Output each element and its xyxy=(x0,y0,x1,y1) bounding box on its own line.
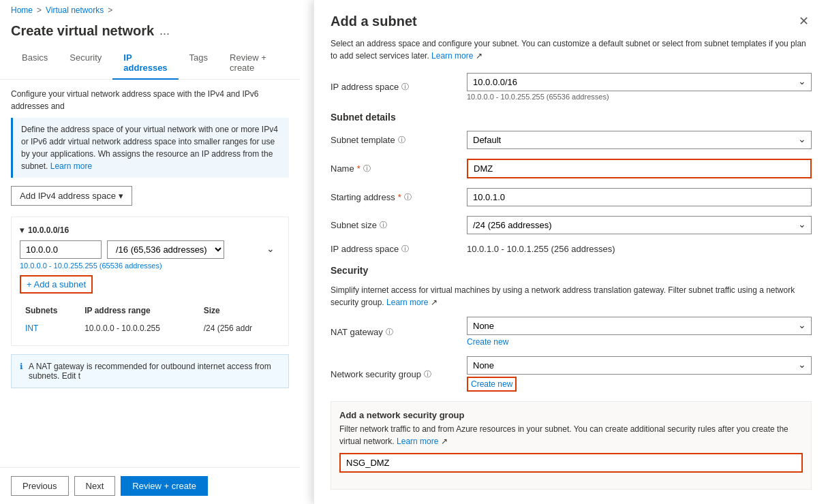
starting-address-row: Starting address * ⓘ xyxy=(331,188,812,206)
bottom-nav: Previous Next Review + create xyxy=(0,467,300,504)
subnets-col-header: Subnets xyxy=(20,302,79,319)
subnet-template-control: Default xyxy=(467,131,812,149)
ip-address-space-control: 10.0.0.0/16 10.0.0.0 - 10.0.255.255 (655… xyxy=(467,73,812,101)
starting-address-input[interactable] xyxy=(467,188,812,206)
previous-button[interactable]: Previous xyxy=(11,476,69,496)
breadcrumb-home[interactable]: Home xyxy=(11,5,33,15)
subnet-name-cell[interactable]: INT xyxy=(20,319,79,337)
name-required-star: * xyxy=(357,163,361,174)
blue-info-box: Define the address space of your virtual… xyxy=(11,118,289,178)
ip-address-space-result-value: 10.0.1.0 - 10.0.1.255 (256 addresses) xyxy=(467,244,615,254)
addr-space-cidr: 10.0.0.0/16 xyxy=(28,225,69,235)
starting-address-info-icon[interactable]: ⓘ xyxy=(404,192,412,202)
add-subnet-button[interactable]: + Add a subnet xyxy=(20,275,93,294)
nat-gateway-select-wrap: None xyxy=(467,317,812,335)
ip-address-space-select[interactable]: 10.0.0.0/16 xyxy=(467,73,812,91)
ip-address-space-result-info-icon[interactable]: ⓘ xyxy=(401,244,409,254)
size-col-header: Size xyxy=(198,302,280,319)
breadcrumb-virtual-networks[interactable]: Virtual networks xyxy=(46,5,104,15)
nat-warning-box: ℹ A NAT gateway is recommended for outbo… xyxy=(11,354,289,388)
nsg-learn-more-icon: ↗ xyxy=(441,437,448,446)
name-label: Name * ⓘ xyxy=(331,163,467,174)
panel-description: Select an address space and configure yo… xyxy=(331,37,812,62)
subnet-size-info-icon[interactable]: ⓘ xyxy=(380,220,387,230)
nat-gateway-info-icon[interactable]: ⓘ xyxy=(386,327,393,337)
nat-gateway-label: NAT gateway ⓘ xyxy=(331,327,467,337)
addr-space-chevron[interactable]: ▾ xyxy=(20,225,24,235)
name-input[interactable] xyxy=(467,159,812,178)
table-row: INT 10.0.0.0 - 10.0.0.255 /24 (256 addr xyxy=(20,319,280,337)
breadcrumb: Home > Virtual networks > xyxy=(0,0,300,20)
left-content: Configure your virtual network address s… xyxy=(0,80,300,504)
nsg-control: None Create new xyxy=(467,356,812,392)
starting-address-required-star: * xyxy=(398,192,401,202)
ip-address-space-select-wrap: 10.0.0.0/16 xyxy=(467,73,812,91)
page-options-dots[interactable]: ... xyxy=(159,24,170,38)
subnet-details-header: Subnet details xyxy=(331,112,812,123)
security-learn-more-link[interactable]: Learn more xyxy=(386,298,428,307)
subnet-size-select[interactable]: /24 (256 addresses) xyxy=(467,216,812,234)
info-text: Configure your virtual network address s… xyxy=(11,88,289,112)
subnet-size-label: Subnet size ⓘ xyxy=(331,220,467,230)
nsg-create-learn-more[interactable]: Learn more xyxy=(397,437,438,446)
nsg-create-title: Add a network security group xyxy=(339,410,803,420)
tabs-bar: Basics Security IP addresses Tags Review… xyxy=(0,47,300,80)
subnet-template-label: Subnet template ⓘ xyxy=(331,135,467,145)
nat-warning-text: A NAT gateway is recommended for outboun… xyxy=(29,362,271,381)
ip-address-space-result-row: IP address space ⓘ 10.0.1.0 - 10.0.1.255… xyxy=(331,244,812,254)
nat-create-new-link[interactable]: Create new xyxy=(467,337,812,347)
nat-gateway-select[interactable]: None xyxy=(467,317,812,335)
ip-address-space-result-control: 10.0.1.0 - 10.0.1.255 (256 addresses) xyxy=(467,244,812,254)
subnet-size-control: /24 (256 addresses) xyxy=(467,216,812,234)
add-ipv4-button[interactable]: Add IPv4 address space ▾ xyxy=(11,186,132,206)
name-info-icon[interactable]: ⓘ xyxy=(363,163,371,174)
review-create-button[interactable]: Review + create xyxy=(121,476,208,496)
ip-address-space-info-icon[interactable]: ⓘ xyxy=(401,82,409,92)
ip-address-space-subtext: 10.0.0.0 - 10.0.255.255 (65536 addresses… xyxy=(467,93,812,101)
add-ipv4-label: Add IPv4 address space xyxy=(20,191,116,201)
page-title: Create virtual network xyxy=(11,23,154,39)
nsg-name-input[interactable] xyxy=(339,453,803,473)
close-panel-button[interactable]: ✕ xyxy=(796,14,812,29)
nsg-label: Network security group ⓘ xyxy=(331,369,467,379)
panel-desc-icon: ↗ xyxy=(476,51,482,61)
addr-space-select[interactable]: /16 (65,536 addresses) xyxy=(107,240,224,259)
subnet-range-cell: 10.0.0.0 - 10.0.0.255 xyxy=(79,319,198,337)
security-learn-more-icon: ↗ xyxy=(431,298,438,307)
name-row: Name * ⓘ xyxy=(331,159,812,178)
breadcrumb-sep1: > xyxy=(37,5,42,15)
address-space-block: ▾ 10.0.0.0/16 /16 (65,536 addresses) 10.… xyxy=(11,217,289,346)
tab-security[interactable]: Security xyxy=(59,47,112,80)
subnet-template-info-icon[interactable]: ⓘ xyxy=(398,135,405,145)
panel-title: Add a subnet xyxy=(331,14,417,29)
tab-ip-addresses[interactable]: IP addresses xyxy=(112,47,178,80)
tab-tags[interactable]: Tags xyxy=(179,47,219,80)
addr-space-input[interactable] xyxy=(20,240,102,259)
nsg-create-new-link[interactable]: Create new xyxy=(467,377,517,392)
nsg-select[interactable]: None xyxy=(467,356,812,375)
tab-basics[interactable]: Basics xyxy=(11,47,59,80)
starting-address-control xyxy=(467,188,812,206)
subnet-size-row: Subnet size ⓘ /24 (256 addresses) xyxy=(331,216,812,234)
panel-learn-more-link[interactable]: Learn more xyxy=(431,51,473,61)
add-subnet-btn-wrap: + Add a subnet xyxy=(20,275,280,294)
nsg-create-desc: Filter network traffic to and from Azure… xyxy=(339,423,803,447)
addr-space-title: ▾ 10.0.0.0/16 xyxy=(20,225,280,235)
nsg-input-wrap xyxy=(339,453,803,473)
add-ipv4-dropdown-icon: ▾ xyxy=(119,191,123,201)
breadcrumb-sep2: > xyxy=(108,5,112,15)
nsg-info-icon[interactable]: ⓘ xyxy=(424,369,431,379)
blue-info-learn-more[interactable]: Learn more xyxy=(50,161,92,171)
ip-address-space-label: IP address space ⓘ xyxy=(331,82,467,92)
starting-address-label: Starting address * ⓘ xyxy=(331,192,467,202)
page-title-row: Create virtual network ... xyxy=(0,20,300,47)
nsg-select-wrap: None xyxy=(467,356,812,375)
next-button[interactable]: Next xyxy=(74,476,116,496)
nsg-create-section: Add a network security group Filter netw… xyxy=(331,401,812,490)
add-btn-row: Add IPv4 address space ▾ xyxy=(11,186,289,206)
ip-address-space-result-label: IP address space ⓘ xyxy=(331,244,467,254)
security-section-desc: Simplify internet access for virtual mac… xyxy=(331,284,812,309)
subnet-template-select[interactable]: Default xyxy=(467,131,812,149)
add-subnet-panel: Add a subnet ✕ Select an address space a… xyxy=(313,0,828,504)
tab-review-create[interactable]: Review + create xyxy=(219,47,289,80)
